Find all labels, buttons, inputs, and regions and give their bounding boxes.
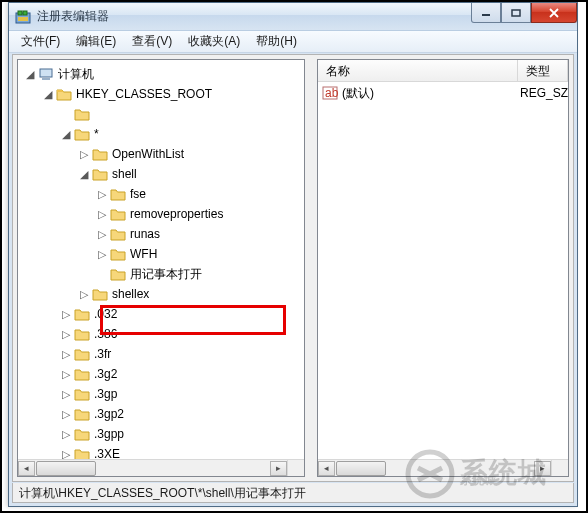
tree-label: .3g2 bbox=[94, 364, 117, 384]
menu-help[interactable]: 帮助(H) bbox=[248, 30, 305, 53]
folder-icon bbox=[74, 307, 90, 321]
scroll-right-button[interactable]: ▸ bbox=[534, 461, 551, 476]
tree-label: .386 bbox=[94, 324, 117, 344]
tree-node-star[interactable]: ◢ * bbox=[22, 124, 304, 144]
column-header-type[interactable]: 类型 bbox=[518, 60, 568, 81]
tree-node-removeproperties[interactable]: ▷ removeproperties bbox=[22, 204, 304, 224]
expander-icon[interactable]: ◢ bbox=[40, 84, 56, 104]
expander-icon[interactable]: ▷ bbox=[58, 344, 74, 364]
list-header: 名称 类型 bbox=[318, 60, 568, 82]
computer-icon bbox=[38, 66, 54, 82]
expander-icon[interactable]: ▷ bbox=[94, 244, 110, 264]
tree-node[interactable]: ▷.3gpp bbox=[22, 424, 304, 444]
expander-icon[interactable]: ▷ bbox=[58, 404, 74, 424]
statusbar-path: 计算机\HKEY_CLASSES_ROOT\*\shell\用记事本打开 bbox=[19, 486, 306, 500]
svg-rect-1 bbox=[18, 11, 22, 15]
menu-edit[interactable]: 编辑(E) bbox=[68, 30, 124, 53]
expander-icon[interactable]: ◢ bbox=[58, 124, 74, 144]
expander-icon[interactable]: ◢ bbox=[22, 64, 38, 84]
registry-tree[interactable]: ◢ 计算机 ◢ HKEY_CLASSES_ROOT ▷ bbox=[18, 60, 304, 477]
titlebar[interactable]: 注册表编辑器 bbox=[9, 3, 577, 31]
tree-label: removeproperties bbox=[130, 204, 223, 224]
folder-icon bbox=[110, 247, 126, 261]
tree-node-notepad[interactable]: ▷ 用记事本打开 bbox=[22, 264, 304, 284]
tree-node-hkcr[interactable]: ◢ HKEY_CLASSES_ROOT bbox=[22, 84, 304, 104]
folder-icon bbox=[74, 107, 90, 121]
tree-pane: ◢ 计算机 ◢ HKEY_CLASSES_ROOT ▷ bbox=[17, 59, 305, 477]
scroll-left-button[interactable]: ◂ bbox=[18, 461, 35, 476]
folder-icon bbox=[74, 327, 90, 341]
folder-icon bbox=[74, 367, 90, 381]
expander-icon[interactable]: ◢ bbox=[76, 164, 92, 184]
scroll-corner bbox=[551, 459, 568, 476]
tree-node[interactable]: ▷.3g2 bbox=[22, 364, 304, 384]
minimize-button[interactable] bbox=[471, 3, 501, 23]
values-pane: 名称 类型 ab (默认) REG_SZ ◂ ▸ bbox=[317, 59, 569, 477]
tree-label: HKEY_CLASSES_ROOT bbox=[76, 84, 212, 104]
tree-node[interactable]: ▷.386 bbox=[22, 324, 304, 344]
scroll-right-button[interactable]: ▸ bbox=[270, 461, 287, 476]
value-type: REG_SZ bbox=[512, 86, 568, 100]
tree-label: WFH bbox=[130, 244, 157, 264]
folder-icon bbox=[74, 427, 90, 441]
pane-splitter[interactable] bbox=[309, 55, 313, 481]
expander-icon[interactable]: ▷ bbox=[58, 424, 74, 444]
expander-icon[interactable]: ▷ bbox=[94, 224, 110, 244]
tree-node-shell[interactable]: ◢ shell bbox=[22, 164, 304, 184]
tree-node[interactable]: ▷.3gp bbox=[22, 384, 304, 404]
expander-icon[interactable]: ▷ bbox=[58, 304, 74, 324]
maximize-button[interactable] bbox=[501, 3, 531, 23]
menu-file[interactable]: 文件(F) bbox=[13, 30, 68, 53]
tree-node-openwithlist[interactable]: ▷ OpenWithList bbox=[22, 144, 304, 164]
folder-icon bbox=[92, 167, 108, 181]
tree-label: shell bbox=[112, 164, 137, 184]
regedit-icon bbox=[15, 9, 31, 25]
expander-icon[interactable]: ▷ bbox=[58, 364, 74, 384]
expander-icon[interactable]: ▷ bbox=[58, 324, 74, 344]
regedit-window: 注册表编辑器 文件(F) 编辑(E) 查看(V) 收藏夹(A) 帮助(H) ◢ bbox=[8, 2, 578, 507]
svg-rect-2 bbox=[23, 11, 27, 15]
tree-label: * bbox=[94, 124, 99, 144]
tree-label: 计算机 bbox=[58, 64, 94, 84]
expander-icon[interactable]: ▷ bbox=[58, 384, 74, 404]
horizontal-scrollbar[interactable]: ◂ ▸ bbox=[318, 459, 551, 476]
tree-label: .3gp2 bbox=[94, 404, 124, 424]
tree-node[interactable]: ▷.3fr bbox=[22, 344, 304, 364]
column-header-name[interactable]: 名称 bbox=[318, 60, 518, 81]
list-row[interactable]: ab (默认) REG_SZ bbox=[318, 84, 568, 102]
tree-label: .3gp bbox=[94, 384, 117, 404]
close-button[interactable] bbox=[531, 3, 577, 23]
tree-node-runas[interactable]: ▷ runas bbox=[22, 224, 304, 244]
menu-favorites[interactable]: 收藏夹(A) bbox=[180, 30, 248, 53]
statusbar: 计算机\HKEY_CLASSES_ROOT\*\shell\用记事本打开 bbox=[12, 483, 574, 503]
scroll-corner bbox=[287, 459, 304, 476]
expander-icon[interactable]: ▷ bbox=[76, 284, 92, 304]
horizontal-scrollbar[interactable]: ◂ ▸ bbox=[18, 459, 287, 476]
string-value-icon: ab bbox=[322, 85, 338, 101]
tree-node-fse[interactable]: ▷ fse bbox=[22, 184, 304, 204]
tree-node[interactable]: ▷ bbox=[22, 104, 304, 124]
svg-rect-4 bbox=[482, 14, 490, 16]
menu-view[interactable]: 查看(V) bbox=[124, 30, 180, 53]
expander-icon[interactable]: ▷ bbox=[76, 144, 92, 164]
tree-node-wfh[interactable]: ▷ WFH bbox=[22, 244, 304, 264]
folder-icon bbox=[74, 127, 90, 141]
expander-icon[interactable]: ▷ bbox=[94, 184, 110, 204]
svg-rect-3 bbox=[18, 17, 28, 21]
folder-icon bbox=[74, 387, 90, 401]
tree-node-computer[interactable]: ◢ 计算机 bbox=[22, 64, 304, 84]
scroll-left-button[interactable]: ◂ bbox=[318, 461, 335, 476]
expander-icon[interactable]: ▷ bbox=[94, 204, 110, 224]
tree-label: 用记事本打开 bbox=[130, 264, 202, 284]
folder-icon bbox=[110, 227, 126, 241]
tree-label: runas bbox=[130, 224, 160, 244]
tree-node[interactable]: ▷.032 bbox=[22, 304, 304, 324]
tree-node-shellex[interactable]: ▷ shellex bbox=[22, 284, 304, 304]
tree-node[interactable]: ▷.3gp2 bbox=[22, 404, 304, 424]
tree-label: fse bbox=[130, 184, 146, 204]
svg-rect-5 bbox=[512, 10, 520, 16]
tree-label: .3fr bbox=[94, 344, 111, 364]
list-body[interactable]: ab (默认) REG_SZ bbox=[318, 82, 568, 104]
svg-rect-7 bbox=[42, 78, 50, 80]
tree-label: .3gpp bbox=[94, 424, 124, 444]
